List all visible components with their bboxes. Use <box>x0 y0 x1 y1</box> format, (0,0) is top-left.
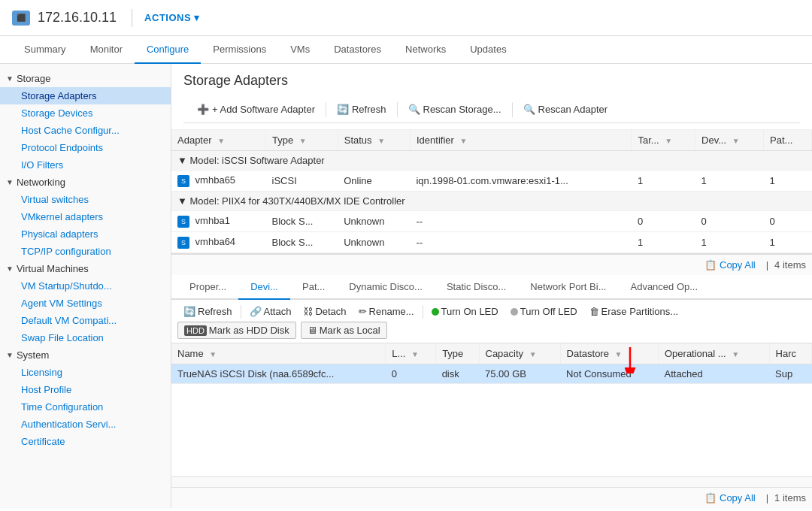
sidebar-item-io-filters[interactable]: I/O Filters <box>0 156 171 174</box>
mark-hdd-label: Mark as HDD Disk <box>209 325 289 336</box>
add-icon: ➕ <box>197 104 209 115</box>
col-header-operational: Operational ... ▼ <box>658 343 769 364</box>
turn-off-led-button[interactable]: Turn Off LED <box>504 304 583 319</box>
devices-cell: 0 <box>695 211 764 232</box>
sidebar-item-physical-adapters[interactable]: Physical adapters <box>0 225 171 243</box>
sidebar-item-licensing[interactable]: Licensing <box>0 364 171 381</box>
rescan-adapter-button[interactable]: 🔍 Rescan Adapter <box>516 101 616 118</box>
toolbar-sep-3 <box>512 102 513 117</box>
led-off-icon <box>511 308 518 316</box>
rename-button[interactable]: ✏ Rename... <box>353 304 420 319</box>
subtab-devices[interactable]: Devi... <box>238 275 290 300</box>
toolbar-sep-2 <box>397 102 398 117</box>
subtab-network-port-bi[interactable]: Network Port Bi... <box>518 275 618 300</box>
sidebar-group-system: ▼ System Licensing Host Profile Time Con… <box>0 346 171 450</box>
add-software-adapter-button[interactable]: ➕ + Add Software Adapter <box>189 101 323 118</box>
targets-filter-icon[interactable]: ▼ <box>665 137 672 145</box>
rescan-storage-button[interactable]: 🔍 Rescan Storage... <box>401 101 509 118</box>
mark-local-button[interactable]: 🖥 Mark as Local <box>301 322 387 339</box>
sidebar-item-vm-startup[interactable]: VM Startup/Shutdo... <box>0 277 171 295</box>
sidebar-item-protocol-endpoints[interactable]: Protocol Endpoints <box>0 139 171 156</box>
sidebar-item-host-cache[interactable]: Host Cache Configur... <box>0 122 171 139</box>
col-header-type: Type ▼ <box>266 130 338 151</box>
tab-configure[interactable]: Configure <box>135 36 201 64</box>
sidebar: ▼ Storage Storage Adapters Storage Devic… <box>0 64 171 508</box>
col-header-dev-type: Type <box>436 343 479 364</box>
devices-count-sep: | <box>766 492 768 503</box>
col-header-hardware: Harc <box>769 343 811 364</box>
toolbar-sep-1 <box>326 102 326 117</box>
erase-partitions-button[interactable]: 🗑 Erase Partitions... <box>583 304 685 319</box>
tab-monitor[interactable]: Monitor <box>78 36 135 64</box>
sidebar-item-host-profile[interactable]: Host Profile <box>0 381 171 398</box>
devices-filter-icon[interactable]: ▼ <box>732 137 740 145</box>
tab-summary[interactable]: Summary <box>12 36 78 64</box>
tab-networks[interactable]: Networks <box>393 36 458 64</box>
operational-filter-icon[interactable]: ▼ <box>732 350 739 358</box>
sidebar-item-certificate[interactable]: Certificate <box>0 433 171 450</box>
type-cell: Block S... <box>266 232 338 253</box>
tab-vms[interactable]: VMs <box>278 36 322 64</box>
subtab-dynamic-disco[interactable]: Dynamic Disco... <box>337 275 435 300</box>
table-row[interactable]: TrueNAS iSCSI Disk (naa.6589cfc... 0 dis… <box>171 364 812 384</box>
sidebar-group-storage-header[interactable]: ▼ Storage <box>0 70 171 87</box>
capacity-filter-icon[interactable]: ▼ <box>529 350 537 358</box>
sidebar-item-virtual-switches[interactable]: Virtual switches <box>0 191 171 208</box>
copy-all-devices-button[interactable]: 📋 Copy All <box>700 491 760 505</box>
sidebar-item-default-vm-compat[interactable]: Default VM Compati... <box>0 312 171 329</box>
sidebar-item-tcpip-config[interactable]: TCP/IP configuration <box>0 243 171 260</box>
targets-cell: 0 <box>632 211 695 232</box>
refresh-button[interactable]: 🔄 Refresh <box>329 101 394 118</box>
turn-off-led-label: Turn Off LED <box>520 306 577 317</box>
copy-all-button[interactable]: 📋 Copy All <box>700 258 760 272</box>
status-filter-icon[interactable]: ▼ <box>377 137 385 145</box>
subtab-static-disco[interactable]: Static Disco... <box>435 275 518 300</box>
refresh-icon: 🔄 <box>337 104 349 115</box>
type-filter-icon[interactable]: ▼ <box>299 137 307 145</box>
led-on-icon <box>432 308 439 316</box>
sidebar-item-agent-vm[interactable]: Agent VM Settings <box>0 295 171 312</box>
lun-filter-icon[interactable]: ▼ <box>411 350 419 358</box>
sidebar-group-vms-header[interactable]: ▼ Virtual Machines <box>0 260 171 277</box>
mark-hdd-button[interactable]: HDD Mark as HDD Disk <box>177 322 296 339</box>
model-group-ide: ▼ Model: PIIX4 for 430TX/440BX/MX IDE Co… <box>171 192 812 211</box>
sidebar-item-swap-file[interactable]: Swap File Location <box>0 329 171 346</box>
table-row[interactable]: S vmhba65 iSCSI Online iqn.1998-01.com.v… <box>171 171 812 192</box>
devices-table-footer: 📋 Copy All | 1 items <box>171 487 812 508</box>
detach-button[interactable]: ⛓ Detach <box>297 304 352 319</box>
rescan-storage-label: Rescan Storage... <box>423 104 501 115</box>
model-ide-label: ▼ Model: PIIX4 for 430TX/440BX/MX IDE Co… <box>171 192 812 211</box>
devices-cell: 1 <box>695 232 764 253</box>
datastore-filter-icon[interactable]: ▼ <box>615 350 623 358</box>
actions-button[interactable]: ACTIONS ▾ <box>144 12 200 23</box>
sidebar-item-vmkernel-adapters[interactable]: VMkernel adapters <box>0 208 171 225</box>
type-cell: iSCSI <box>266 171 338 192</box>
tab-datastores[interactable]: Datastores <box>322 36 393 64</box>
subtab-advanced-op[interactable]: Advanced Op... <box>618 275 710 300</box>
bottom-refresh-button[interactable]: 🔄 Refresh <box>177 304 238 319</box>
col-header-capacity: Capacity ▼ <box>479 343 560 364</box>
subtab-paths[interactable]: Pat... <box>290 275 337 300</box>
adapter-filter-icon[interactable]: ▼ <box>217 137 225 145</box>
table-row[interactable]: S vmhba1 Block S... Unknown -- 0 0 0 <box>171 211 812 232</box>
name-filter-icon[interactable]: ▼ <box>209 350 217 358</box>
sidebar-item-storage-devices[interactable]: Storage Devices <box>0 104 171 122</box>
sidebar-item-time-config[interactable]: Time Configuration <box>0 398 171 416</box>
tab-updates[interactable]: Updates <box>458 36 518 64</box>
tab-permissions[interactable]: Permissions <box>201 36 278 64</box>
sidebar-group-networking-header[interactable]: ▼ Networking <box>0 174 171 191</box>
identifier-filter-icon[interactable]: ▼ <box>459 137 467 145</box>
sidebar-item-auth-services[interactable]: Authentication Servi... <box>0 416 171 433</box>
identifier-cell: -- <box>410 211 631 232</box>
sidebar-item-storage-adapters[interactable]: Storage Adapters <box>0 87 171 104</box>
devices-cell: 1 <box>695 171 764 192</box>
table-row[interactable]: S vmhba64 Block S... Unknown -- 1 1 1 <box>171 232 812 253</box>
subtab-properties[interactable]: Proper... <box>177 275 238 300</box>
sidebar-group-system-header[interactable]: ▼ System <box>0 346 171 364</box>
attach-button[interactable]: 🔗 Attach <box>244 304 298 319</box>
sidebar-networking-label: Networking <box>17 177 65 188</box>
hardware-cell: Sup <box>769 364 811 384</box>
storage-expand-icon: ▼ <box>6 74 14 83</box>
turn-on-led-button[interactable]: Turn On LED <box>426 304 504 319</box>
col-header-lun: L... ▼ <box>386 343 436 364</box>
